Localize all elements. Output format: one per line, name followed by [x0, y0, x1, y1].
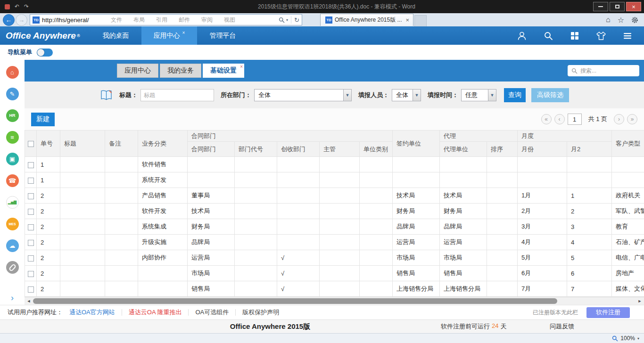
browser-back-button[interactable]: ← — [3, 14, 15, 26]
title-filter-input[interactable] — [140, 89, 214, 101]
workspace-tab-close-icon[interactable]: × — [240, 64, 243, 69]
app-icon-cloud[interactable]: ☁ — [6, 239, 19, 252]
scrollbar-thumb[interactable] — [33, 298, 557, 304]
apps-grid-icon[interactable] — [570, 31, 580, 41]
row-checkbox[interactable] — [28, 178, 34, 184]
refresh-icon[interactable]: ↻ — [294, 16, 299, 24]
row-checkbox[interactable] — [28, 224, 34, 230]
favorites-star-icon[interactable]: ☆ — [618, 16, 624, 24]
pagination: « ‹ 1 共 1 页 › » — [541, 114, 637, 125]
nav-item-admin[interactable]: 管理平台 — [197, 26, 248, 45]
table-row[interactable]: 2市场局√销售局销售局6月6房地产 — [25, 266, 644, 281]
search-icon[interactable] — [543, 31, 553, 41]
minimize-button[interactable] — [593, 2, 608, 11]
table-row[interactable]: 2内部协作运营局√市场局市场局5月5电信、广电 — [25, 250, 644, 266]
table-row[interactable]: 2系统集成财务局品牌局品牌局3月3教育 — [25, 219, 644, 235]
url-input[interactable] — [42, 16, 276, 24]
table-row[interactable]: 1软件销售 — [25, 157, 644, 172]
software-register-button[interactable]: 软件注册 — [586, 307, 630, 318]
portal-glyph: ⌂ — [10, 69, 14, 75]
search-dropdown-caret-icon[interactable]: ▾ — [286, 18, 288, 22]
tab-basic-settings[interactable]: 基础设置× — [203, 64, 244, 78]
app-icon-document[interactable]: ✎ — [6, 88, 19, 100]
undo-icon[interactable]: ↶ — [15, 4, 19, 9]
row-checkbox[interactable] — [28, 240, 34, 246]
workspace-search-input[interactable] — [580, 67, 636, 74]
close-button[interactable]: × — [626, 2, 641, 11]
page-number-box[interactable]: 1 — [568, 114, 582, 125]
table-cell: 上海销售分局 — [393, 281, 440, 297]
restore-button[interactable] — [610, 2, 625, 11]
theme-shirt-icon[interactable] — [596, 31, 606, 41]
app-icon-mes[interactable]: MES — [6, 218, 19, 230]
table-row[interactable]: 2销售局√上海销售分局上海销售分局7月7媒体、文化 — [25, 281, 644, 297]
row-checkbox[interactable] — [28, 271, 34, 277]
tab-app-center[interactable]: 应用中心 — [117, 64, 158, 78]
user-icon[interactable] — [517, 31, 527, 41]
table-cell: 升级实施 — [138, 235, 188, 250]
advanced-filter-button[interactable]: 高级筛选 — [531, 88, 569, 102]
browser-forward-button[interactable]: → — [16, 14, 27, 26]
row-checkbox[interactable] — [28, 162, 34, 168]
nav-item-app-center[interactable]: 应用中心× — [141, 26, 198, 45]
table-row[interactable]: 2产品销售董事局技术局技术局1月1政府机关 — [25, 188, 644, 204]
prev-page-icon[interactable]: ‹ — [554, 114, 565, 124]
footer-link[interactable]: 通达OA官方网站 — [69, 308, 115, 317]
screen: ↶ ↷ 2015级信息管理双语1班2018级(共36人).doc - 兼容模式 … — [0, 0, 644, 343]
row-checkbox[interactable] — [28, 209, 34, 215]
new-tab-button[interactable] — [414, 15, 427, 26]
table-row[interactable]: 1系统开发 — [25, 172, 644, 188]
table-row[interactable]: 2软件开发技术局财务局财务局2月2军队、武警 — [25, 204, 644, 219]
footer-link[interactable]: 通达云OA 隆重推出 — [129, 308, 182, 317]
last-page-icon[interactable]: » — [627, 114, 637, 124]
time-select[interactable]: 任意▼ — [461, 89, 496, 101]
app-icon-hr[interactable]: HR — [6, 109, 19, 122]
query-button[interactable]: 查询 — [504, 88, 526, 102]
scrollbar-track[interactable] — [33, 297, 636, 305]
settings-gear-icon[interactable] — [631, 16, 638, 24]
nav-tab-close-icon[interactable]: × — [182, 30, 185, 35]
footer-link[interactable]: 版权保护声明 — [242, 308, 279, 317]
app-icon-contact[interactable]: ☎ — [6, 174, 19, 187]
next-page-icon[interactable]: › — [614, 114, 624, 124]
table-row[interactable]: 2升级实施品牌局运营局运营局4月4石油、矿产 — [25, 235, 644, 250]
home-icon[interactable]: ⌂ — [606, 16, 611, 24]
new-button[interactable]: 新建 — [31, 113, 55, 126]
tab-my-business[interactable]: 我的业务 — [160, 64, 201, 78]
select-all-checkbox[interactable] — [28, 141, 34, 147]
app-icon-attachment[interactable] — [6, 261, 19, 274]
row-checkbox[interactable] — [28, 193, 34, 199]
feedback-link[interactable]: 问题反馈 — [550, 322, 574, 331]
row-checkbox[interactable] — [28, 286, 34, 293]
zoom-control[interactable]: 100% ▾ — [612, 334, 639, 343]
browser-tab[interactable]: TD Office Anywhere 2015版 ... × — [320, 14, 413, 26]
scroll-left-icon[interactable]: ◄ — [25, 297, 33, 305]
table-cell: 3月 — [518, 219, 567, 235]
scroll-right-icon[interactable]: ► — [636, 297, 644, 305]
person-select[interactable]: 全体▼ — [392, 89, 421, 101]
redo-icon[interactable]: ↷ — [24, 4, 29, 9]
app-icon-portal[interactable]: ⌂ — [6, 66, 19, 79]
address-bar[interactable]: TD ▾ ↻ — [30, 14, 302, 25]
zoom-caret-icon[interactable]: ▾ — [637, 336, 639, 341]
footer-link[interactable]: OA可选组件 — [195, 308, 229, 317]
nav-item-desktop[interactable]: 我的桌面 — [91, 26, 141, 45]
table-cell: 教育 — [612, 219, 644, 235]
table-cell: 品牌局 — [440, 219, 487, 235]
horizontal-scrollbar[interactable]: ◄ ► — [25, 297, 644, 305]
first-page-icon[interactable]: « — [541, 114, 552, 124]
app-icon-monitor[interactable]: ▣ — [6, 153, 19, 165]
sidebar-expand-icon[interactable]: › — [0, 293, 25, 303]
column-header: 代理单位 — [440, 142, 487, 157]
address-search-icon[interactable] — [279, 17, 285, 23]
workspace-search-box[interactable] — [568, 65, 639, 76]
nav-toggle-switch[interactable] — [37, 49, 53, 57]
app-icon-workflow[interactable]: ≡ — [6, 131, 19, 144]
row-checkbox[interactable] — [28, 255, 34, 261]
menu-icon[interactable] — [622, 31, 633, 41]
row-checkbox-cell — [25, 250, 37, 266]
table-cell — [60, 172, 105, 188]
dept-select[interactable]: 全体▼ — [254, 89, 352, 101]
app-icon-report-chart[interactable]: ▂▅▇ — [6, 196, 19, 209]
tab-close-icon[interactable]: × — [404, 16, 411, 24]
